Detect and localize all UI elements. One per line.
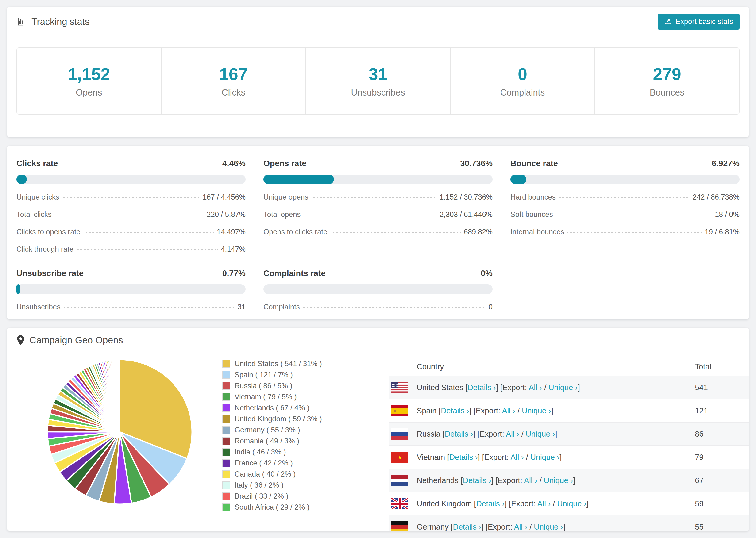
rate-progress-track bbox=[17, 175, 245, 184]
country-cell: Netherlands [Details ›] [Export: All › /… bbox=[417, 476, 695, 485]
column-header-total: Total bbox=[695, 362, 749, 371]
stat-label: Complaints bbox=[500, 87, 545, 98]
legend-label: Spain ( 121 / 7% ) bbox=[235, 371, 293, 379]
geo-table: Country Total United States [Details ›] … bbox=[389, 358, 749, 531]
legend-label: India ( 46 / 3% ) bbox=[235, 448, 286, 456]
rate-detail-row: Click through rate 4.147% bbox=[17, 245, 245, 253]
legend-label: Canada ( 40 / 2% ) bbox=[235, 470, 296, 478]
rate-detail-value: 220 / 5.87% bbox=[207, 210, 245, 219]
legend-swatch bbox=[222, 459, 230, 467]
de-flag-icon bbox=[391, 521, 408, 531]
legend-item-spain: Spain ( 121 / 7% ) bbox=[222, 371, 339, 379]
rate-detail-label: Unique clicks bbox=[17, 193, 59, 201]
export-unique-link[interactable]: Unique › bbox=[534, 522, 563, 531]
details-link[interactable]: Details › bbox=[476, 499, 505, 508]
rate-detail-value: 14.497% bbox=[217, 228, 245, 236]
rate-section-opens-rate: Opens rate 30.736% Unique opens 1,152 / … bbox=[263, 159, 493, 253]
legend-swatch bbox=[222, 481, 230, 489]
details-link[interactable]: Details › bbox=[467, 383, 496, 392]
country-cell: Germany [Details ›] [Export: All › / Uni… bbox=[417, 522, 695, 531]
details-link[interactable]: Details › bbox=[463, 476, 491, 485]
geo-table-header: Country Total bbox=[389, 358, 749, 376]
bar-chart-icon bbox=[17, 17, 27, 27]
location-pin-icon bbox=[17, 335, 25, 346]
legend-swatch bbox=[222, 426, 230, 434]
legend-item-brazil: Brazil ( 33 / 2% ) bbox=[222, 492, 339, 501]
tracking-stats-card: Tracking stats Export basic stats 1,152 … bbox=[7, 7, 749, 137]
export-basic-stats-button[interactable]: Export basic stats bbox=[658, 14, 739, 29]
stat-cell-bounces: 279 Bounces bbox=[594, 48, 739, 114]
total-cell: 55 bbox=[695, 522, 749, 531]
export-unique-link[interactable]: Unique › bbox=[549, 383, 578, 392]
export-unique-link[interactable]: Unique › bbox=[526, 430, 555, 438]
export-all-link[interactable]: All › bbox=[537, 499, 551, 508]
details-link[interactable]: Details › bbox=[445, 430, 473, 438]
pie-slice[interactable] bbox=[119, 360, 120, 432]
legend-swatch bbox=[222, 415, 230, 423]
dotted-leader bbox=[567, 232, 702, 233]
legend-item-russia: Russia ( 86 / 5% ) bbox=[222, 382, 339, 390]
rate-detail-row: Clicks to opens rate 14.497% bbox=[17, 228, 245, 236]
rate-section-header: Unsubscribe rate 0.77% bbox=[17, 269, 245, 278]
es-flag-icon bbox=[391, 405, 408, 416]
export-unique-link[interactable]: Unique › bbox=[530, 453, 560, 461]
export-button-label: Export basic stats bbox=[675, 17, 733, 26]
rate-detail-row: Hard bounces 242 / 86.738% bbox=[511, 193, 739, 201]
dotted-leader bbox=[303, 307, 485, 308]
export-all-link[interactable]: All › bbox=[502, 406, 515, 415]
country-cell: United States [Details ›] [Export: All ›… bbox=[417, 383, 695, 392]
legend-label: Germany ( 55 / 3% ) bbox=[235, 426, 300, 434]
rate-detail-value: 167 / 4.456% bbox=[203, 193, 245, 201]
total-cell: 67 bbox=[695, 476, 749, 485]
stat-value: 279 bbox=[653, 65, 681, 84]
details-link[interactable]: Details › bbox=[449, 453, 478, 461]
dotted-leader bbox=[83, 232, 213, 233]
total-cell: 121 bbox=[695, 406, 749, 415]
tracking-stats-header: Tracking stats Export basic stats bbox=[7, 7, 749, 37]
details-link[interactable]: Details › bbox=[441, 406, 469, 415]
legend-item-romania: Romania ( 49 / 3% ) bbox=[222, 437, 339, 445]
geo-legend: United States ( 541 / 31% ) Spain ( 121 … bbox=[222, 360, 339, 514]
rate-section-title: Opens rate bbox=[263, 159, 306, 168]
country-cell: Russia [Details ›] [Export: All › / Uniq… bbox=[417, 430, 695, 439]
geo-table-row-nl: Netherlands [Details ›] [Export: All › /… bbox=[389, 468, 749, 492]
legend-item-germany: Germany ( 55 / 3% ) bbox=[222, 426, 339, 434]
geo-pie-chart[interactable] bbox=[45, 357, 195, 507]
rate-detail-value: 0 bbox=[489, 303, 493, 311]
rate-detail-row: Unique clicks 167 / 4.456% bbox=[17, 193, 245, 201]
export-all-link[interactable]: All › bbox=[506, 430, 519, 438]
rate-progress-track bbox=[263, 175, 493, 184]
campaign-geo-opens-card: Campaign Geo Opens United States ( 541 /… bbox=[7, 328, 749, 531]
stat-label: Unsubscribes bbox=[351, 87, 405, 98]
dotted-leader bbox=[559, 197, 689, 198]
legend-swatch bbox=[222, 470, 230, 478]
legend-label: South Africa ( 29 / 2% ) bbox=[235, 503, 309, 511]
legend-swatch bbox=[222, 393, 230, 401]
rate-detail-row: Total clicks 220 / 5.87% bbox=[17, 210, 245, 219]
export-all-link[interactable]: All › bbox=[529, 383, 542, 392]
summary-stats-row: 1,152 Opens167 Clicks31 Unsubscribes0 Co… bbox=[17, 47, 739, 115]
export-all-link[interactable]: All › bbox=[524, 476, 537, 485]
legend-swatch bbox=[222, 492, 230, 501]
legend-swatch bbox=[222, 360, 230, 368]
rate-progress-track bbox=[17, 285, 245, 294]
details-link[interactable]: Details › bbox=[453, 522, 481, 531]
export-unique-link[interactable]: Unique › bbox=[522, 406, 551, 415]
export-all-link[interactable]: All › bbox=[514, 522, 527, 531]
rate-section-bounce-rate: Bounce rate 6.927% Hard bounces 242 / 86… bbox=[511, 159, 739, 253]
total-cell: 59 bbox=[695, 499, 749, 508]
export-unique-link[interactable]: Unique › bbox=[544, 476, 573, 485]
country-cell: United Kingdom [Details ›] [Export: All … bbox=[417, 499, 695, 508]
legend-swatch bbox=[222, 371, 230, 379]
legend-item-italy: Italy ( 36 / 2% ) bbox=[222, 481, 339, 489]
export-all-link[interactable]: All › bbox=[511, 453, 524, 461]
rate-section-title: Complaints rate bbox=[263, 269, 326, 278]
legend-label: Vietnam ( 79 / 5% ) bbox=[235, 393, 297, 401]
export-unique-link[interactable]: Unique › bbox=[557, 499, 586, 508]
rate-detail-value: 18 / 0% bbox=[715, 210, 739, 219]
vn-flag-icon bbox=[391, 452, 408, 463]
rate-section-header: Complaints rate 0% bbox=[263, 269, 493, 278]
dotted-leader bbox=[63, 197, 199, 198]
geo-table-row-vn: Vietnam [Details ›] [Export: All › / Uni… bbox=[389, 445, 749, 468]
stat-value: 31 bbox=[369, 65, 387, 84]
